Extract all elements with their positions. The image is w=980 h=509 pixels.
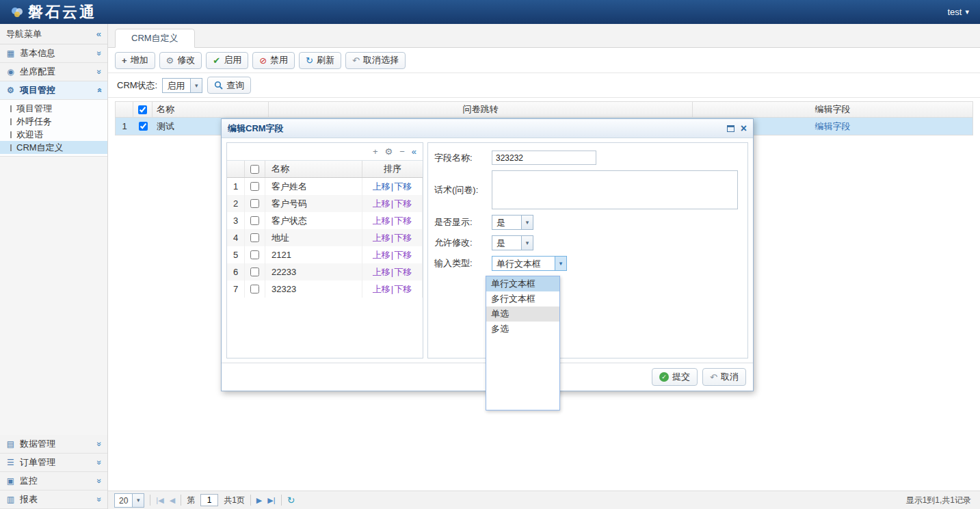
move-up-link[interactable]: 上移 (373, 215, 390, 227)
input-type-label: 输入类型: (434, 257, 492, 270)
input-type-select[interactable]: 单行文本框 ▾ (492, 256, 567, 271)
monitor-icon: ▣ (5, 476, 16, 486)
tab-crm-custom[interactable]: CRM自定义 (115, 29, 195, 48)
close-icon[interactable]: × (741, 123, 747, 134)
field-row[interactable]: 6 22233 上移|下移 (227, 263, 423, 280)
edit-column-header[interactable]: 编辑字段 (693, 102, 972, 117)
modify-button[interactable]: ⚙ 修改 (159, 52, 202, 69)
move-up-link[interactable]: 上移 (373, 283, 390, 296)
collapse-panel-icon[interactable]: « (412, 146, 416, 157)
sidebar-group-monitor[interactable]: ▣ 监控 » (0, 472, 107, 491)
field-row[interactable]: 5 2121 上移|下移 (227, 246, 423, 263)
sidebar-group-data-mgmt[interactable]: ▤ 数据管理 » (0, 435, 107, 454)
field-row[interactable]: 7 32323 上移|下移 (227, 280, 423, 298)
collapse-sidebar-icon[interactable]: « (96, 29, 101, 39)
reload-button[interactable]: ↻ (287, 495, 295, 506)
select-all-checkbox[interactable] (138, 105, 147, 114)
last-page-button[interactable]: ▶| (267, 496, 275, 505)
divider (150, 495, 150, 506)
gear-icon[interactable]: ⚙ (385, 146, 393, 157)
sidebar-item-outbound-task[interactable]: 外呼任务 (0, 115, 107, 128)
sidebar: 导航菜单 « ▦ 基本信息 » ◉ 坐席配置 » ⚙ 项目管控 » 项目管理 外… (0, 24, 108, 509)
row-checkbox[interactable] (250, 199, 259, 208)
row-checkbox[interactable] (250, 250, 259, 259)
dropdown-option-single-choice[interactable]: 单选 (486, 306, 559, 322)
name-column-header[interactable]: 名称 (153, 102, 269, 117)
move-down-link[interactable]: 下移 (394, 249, 412, 261)
cancel-select-button[interactable]: ↶ 取消选择 (345, 52, 406, 69)
script-textarea[interactable] (492, 170, 738, 209)
move-down-link[interactable]: 下移 (394, 283, 412, 296)
sidebar-group-report[interactable]: ▥ 报表 » (0, 491, 107, 509)
submit-button[interactable]: ✓ 提交 (652, 368, 698, 386)
dropdown-option-multi-line[interactable]: 多行文本框 (486, 291, 559, 306)
sidebar-item-label: 外呼任务 (16, 116, 52, 128)
page-number-input[interactable] (200, 494, 218, 506)
sidebar-item-project-mgmt[interactable]: 项目管理 (0, 102, 107, 115)
move-up-link[interactable]: 上移 (373, 249, 390, 261)
field-row[interactable]: 1 客户姓名 上移|下移 (227, 178, 423, 195)
row-checkbox[interactable] (139, 122, 148, 131)
field-row[interactable]: 4 地址 上移|下移 (227, 229, 423, 246)
add-field-icon[interactable]: + (373, 146, 378, 157)
dropdown-option-single-line[interactable]: 单行文本框 (486, 276, 559, 291)
disable-button[interactable]: ⊘ 禁用 (252, 52, 295, 69)
sidebar-group-project-control[interactable]: ⚙ 项目管控 » (0, 81, 107, 100)
move-down-link[interactable]: 下移 (394, 215, 412, 227)
prev-page-button[interactable]: ◀ (170, 496, 175, 505)
row-checkbox[interactable] (250, 233, 259, 242)
sidebar-title-label: 导航菜单 (6, 28, 42, 40)
sidebar-item-crm-custom[interactable]: CRM自定义 (0, 141, 107, 154)
move-up-link[interactable]: 上移 (373, 232, 390, 244)
move-down-link[interactable]: 下移 (394, 198, 412, 210)
enable-button[interactable]: ✔ 启用 (206, 52, 248, 69)
field-name: 地址 (265, 229, 362, 246)
chevron-down-icon: » (95, 497, 105, 502)
edit-field-link[interactable]: 编辑字段 (815, 120, 851, 133)
crm-status-select[interactable]: 启用 ▾ (162, 78, 202, 93)
row-checkbox[interactable] (250, 182, 259, 191)
remove-field-icon[interactable]: − (399, 146, 405, 157)
page-size-select[interactable]: 20 ▾ (114, 493, 144, 508)
row-checkbox-cell (245, 246, 265, 263)
move-up-link[interactable]: 上移 (373, 198, 390, 210)
move-up-link[interactable]: 上移 (373, 181, 390, 193)
field-name-input[interactable] (492, 151, 596, 165)
select-all-checkbox[interactable] (250, 165, 259, 174)
sidebar-group-seat-config[interactable]: ◉ 坐席配置 » (0, 63, 107, 81)
page-size-value: 20 (115, 494, 132, 507)
move-up-link[interactable]: 上移 (373, 266, 390, 278)
move-down-link[interactable]: 下移 (394, 181, 412, 193)
allow-modify-select[interactable]: 是 ▾ (492, 235, 533, 250)
sort-column-header[interactable]: 排序 (362, 161, 423, 177)
cancel-button[interactable]: ↶ 取消 (702, 368, 746, 386)
search-button[interactable]: 查询 (207, 77, 251, 94)
show-select[interactable]: 是 ▾ (492, 215, 533, 230)
submit-button-label: 提交 (672, 371, 690, 383)
restore-icon[interactable] (727, 125, 734, 132)
move-down-link[interactable]: 下移 (394, 232, 412, 244)
user-menu[interactable]: test ▾ (948, 7, 970, 17)
item-bullet (10, 118, 12, 125)
name-column-header[interactable]: 名称 (265, 161, 362, 177)
field-row[interactable]: 2 客户号码 上移|下移 (227, 195, 423, 212)
page-prefix-label: 第 (187, 495, 195, 506)
move-down-link[interactable]: 下移 (394, 266, 412, 278)
modal-title-bar[interactable]: 编辑CRM字段 × (222, 119, 753, 138)
jump-column-header[interactable]: 问卷跳转 (269, 102, 693, 117)
add-button[interactable]: + 增加 (115, 52, 155, 69)
sidebar-group-basic-info[interactable]: ▦ 基本信息 » (0, 44, 107, 63)
report-icon: ▥ (5, 495, 16, 504)
row-checkbox[interactable] (250, 267, 259, 276)
next-page-button[interactable]: ▶ (256, 496, 262, 505)
field-form-panel: 字段名称: 话术(问卷): 是否显示: 是 ▾ 允许修改: 是 ▾ (427, 142, 748, 358)
row-checkbox[interactable] (250, 216, 259, 225)
sidebar-item-welcome[interactable]: 欢迎语 (0, 128, 107, 141)
dropdown-option-multi-choice[interactable]: 多选 (486, 322, 559, 337)
basic-info-icon: ▦ (5, 49, 16, 58)
sidebar-group-order-mgmt[interactable]: ☰ 订单管理 » (0, 454, 107, 472)
refresh-button[interactable]: ↻ 刷新 (299, 52, 341, 69)
first-page-button[interactable]: |◀ (156, 496, 163, 505)
row-checkbox[interactable] (250, 285, 259, 293)
field-row[interactable]: 3 客户状态 上移|下移 (227, 212, 423, 229)
